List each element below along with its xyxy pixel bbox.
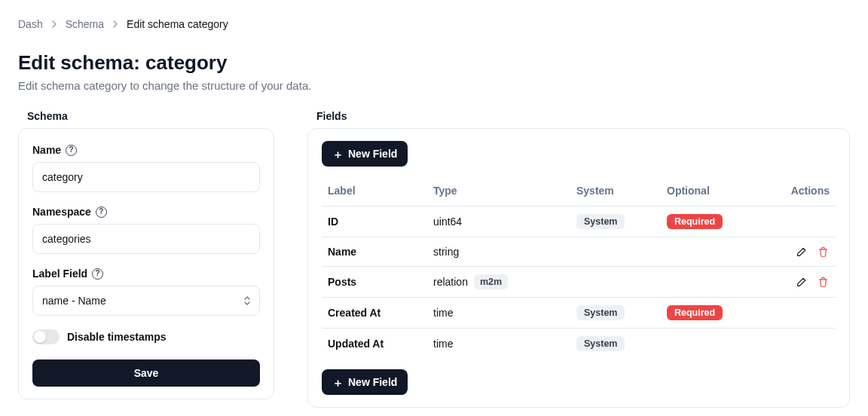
breadcrumb-schema[interactable]: Schema <box>66 18 104 30</box>
th-label: Label <box>328 185 433 197</box>
required-badge: Required <box>667 305 723 320</box>
field-type: time <box>433 307 576 319</box>
field-optional: Required <box>667 305 787 320</box>
schema-section-label: Schema <box>18 110 274 122</box>
field-type: relationm2m <box>433 274 576 289</box>
th-actions: Actions <box>787 185 830 197</box>
labelfield-label: Label Field ? <box>32 268 260 280</box>
breadcrumb-current: Edit schema category <box>127 18 228 30</box>
new-field-button-top[interactable]: ＋ New Field <box>322 141 408 167</box>
breadcrumb: Dash Schema Edit schema category <box>18 18 850 30</box>
field-type: time <box>433 338 576 350</box>
table-row: Updated AttimeSystem <box>322 329 836 359</box>
disable-timestamps-label: Disable timestamps <box>67 331 167 343</box>
labelfield-value: name - Name <box>42 295 106 307</box>
table-row: IDuint64SystemRequired <box>322 206 836 237</box>
system-badge: System <box>576 305 625 320</box>
required-badge: Required <box>667 214 723 229</box>
system-badge: System <box>576 214 625 229</box>
field-system: System <box>576 214 667 229</box>
edit-icon[interactable] <box>795 275 808 289</box>
disable-timestamps-toggle[interactable] <box>32 329 60 344</box>
field-label: ID <box>328 216 433 228</box>
field-optional: Required <box>667 214 787 229</box>
type-badge: m2m <box>474 274 508 289</box>
trash-icon[interactable] <box>816 245 830 258</box>
namespace-input[interactable] <box>32 224 260 254</box>
namespace-label-text: Namespace <box>32 206 91 218</box>
plus-icon: ＋ <box>332 377 344 388</box>
labelfield-label-text: Label Field <box>32 268 87 280</box>
edit-icon[interactable] <box>795 245 808 258</box>
name-label: Name ? <box>32 144 260 156</box>
table-row: Namestring <box>322 237 836 267</box>
help-icon[interactable]: ? <box>96 206 107 218</box>
field-type: string <box>433 246 576 258</box>
field-system: System <box>576 305 667 320</box>
trash-icon[interactable] <box>816 275 830 289</box>
th-optional: Optional <box>667 185 787 197</box>
labelfield-select[interactable]: name - Name <box>32 286 260 316</box>
field-label: Name <box>328 246 433 258</box>
field-actions <box>787 245 830 258</box>
new-field-label: New Field <box>348 376 397 388</box>
table-row: Created AttimeSystemRequired <box>322 298 836 329</box>
fields-section-label: Fields <box>307 110 850 122</box>
name-label-text: Name <box>32 144 61 156</box>
th-system: System <box>576 185 667 197</box>
fields-card: ＋ New Field Label Type System Optional A… <box>307 128 850 408</box>
field-type: uint64 <box>433 216 576 228</box>
page-subtitle: Edit schema category to change the struc… <box>18 79 850 92</box>
new-field-label: New Field <box>348 148 397 160</box>
name-input[interactable] <box>32 162 260 192</box>
field-system: System <box>576 336 667 351</box>
th-type: Type <box>433 185 576 197</box>
namespace-label: Namespace ? <box>32 206 260 218</box>
system-badge: System <box>576 336 625 351</box>
schema-card: Name ? Namespace ? Label Field ? <box>18 128 274 399</box>
plus-icon: ＋ <box>332 148 344 160</box>
help-icon[interactable]: ? <box>92 268 103 280</box>
field-actions <box>787 275 830 289</box>
help-icon[interactable]: ? <box>66 145 77 156</box>
save-button[interactable]: Save <box>32 359 260 387</box>
breadcrumb-dash[interactable]: Dash <box>18 18 43 30</box>
field-label: Created At <box>328 307 433 319</box>
chevron-right-icon <box>113 20 118 28</box>
field-label: Updated At <box>328 338 433 350</box>
page-title: Edit schema: category <box>18 51 850 75</box>
fields-table-header: Label Type System Optional Actions <box>322 176 836 206</box>
new-field-button-bottom[interactable]: ＋ New Field <box>322 369 408 395</box>
fields-table-body: IDuint64SystemRequiredNamestringPostsrel… <box>322 206 836 359</box>
field-label: Posts <box>328 276 433 288</box>
chevron-right-icon <box>52 20 57 28</box>
table-row: Postsrelationm2m <box>322 267 836 298</box>
toggle-knob <box>34 331 46 343</box>
